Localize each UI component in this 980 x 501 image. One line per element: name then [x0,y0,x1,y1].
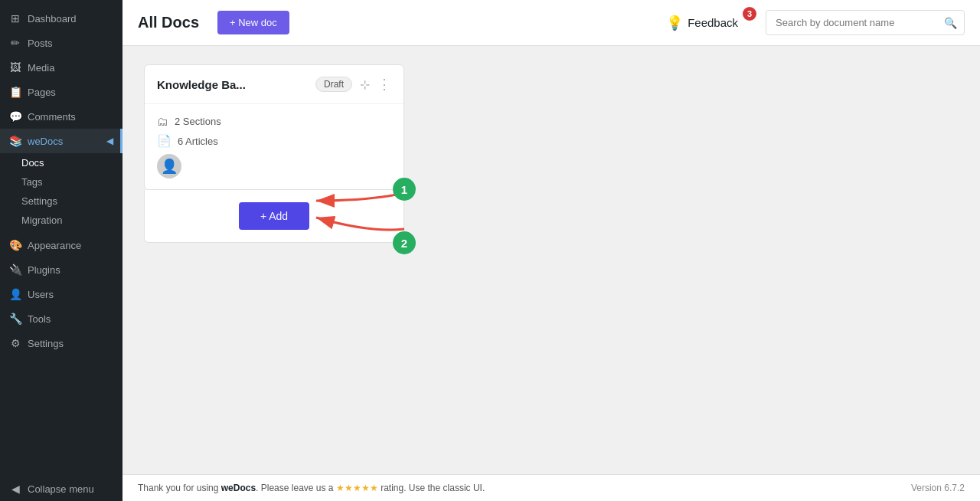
doc-card-body: 🗂 2 Sections 📄 6 Articles 👤 [145,104,403,189]
folder-icon: 🗂 [157,115,168,128]
users-icon: 👤 [9,288,21,300]
doc-card: Knowledge Ba... Draft ⊹ ⋮ 🗂 2 Sections 📄… [144,64,404,190]
sidebar-item-pages[interactable]: 📋 Pages [0,80,122,104]
draft-badge: Draft [315,77,352,92]
feedback-button[interactable]: 💡 Feedback 3 [657,10,753,36]
settings-icon: ⚙ [9,337,21,349]
wedocs-icon: 📚 [9,135,21,147]
page-title: All Docs [138,14,199,31]
sidebar-item-label: Comments [28,111,76,123]
sections-stat: 🗂 2 Sections [157,115,391,128]
sidebar-item-plugins[interactable]: 🔌 Plugins [0,257,122,282]
sidebar-subitem-label: Tags [21,176,42,188]
sidebar-item-wedocs[interactable]: 📚 weDocs ◀ [0,129,122,153]
comments-icon: 💬 [9,110,21,123]
add-button[interactable]: + Add [239,202,309,230]
sidebar-item-users[interactable]: 👤 Users [0,282,122,306]
topbar: All Docs + New doc 💡 Feedback 3 🔍 [122,0,980,46]
footer: Thank you for using weDocs. Please leave… [122,474,980,501]
document-icon: 📄 [157,134,172,148]
sidebar-item-label: Plugins [28,264,60,276]
posts-icon: ✏ [9,37,21,49]
footer-end: rating. Use the classic UI. [378,483,485,493]
media-icon: 🖼 [9,61,21,74]
sidebar-subitem-migration[interactable]: Migration [0,211,122,230]
sidebar-item-tools[interactable]: 🔧 Tools [0,306,122,331]
drag-icon[interactable]: ⊹ [360,77,370,92]
sidebar-item-appearance[interactable]: 🎨 Appearance [0,233,122,257]
sidebar-item-label: Pages [28,87,56,98]
avatar-icon: 👤 [161,158,178,175]
footer-text: Thank you for using weDocs. Please leave… [138,483,485,493]
search-icon: 🔍 [944,17,957,29]
add-card: + Add [144,190,404,243]
sections-count: 2 Sections [175,116,221,127]
new-doc-button[interactable]: + New doc [217,11,289,34]
feedback-label: Feedback [688,16,738,29]
sidebar-subitem-label: Docs [21,157,44,169]
sidebar-item-label: Dashboard [28,13,77,25]
plugins-icon: 🔌 [9,264,21,276]
doc-card-header: Knowledge Ba... Draft ⊹ ⋮ [145,65,403,104]
footer-prefix: Thank you for using [138,483,221,493]
footer-suffix: . Please leave us a [256,483,336,493]
appearance-icon: 🎨 [9,239,21,251]
dashboard-icon: ⊞ [9,12,21,25]
sidebar-item-posts[interactable]: ✏ Posts [0,31,122,55]
sidebar: ⊞ Dashboard ✏ Posts 🖼 Media 📋 Pages 💬 Co… [0,0,122,501]
doc-title: Knowledge Ba... [157,78,308,91]
content-area: Knowledge Ba... Draft ⊹ ⋮ 🗂 2 Sections 📄… [122,46,980,474]
feedback-badge: 3 [743,7,756,21]
wedocs-arrow-icon: ◀ [106,136,113,146]
sidebar-item-media[interactable]: 🖼 Media [0,55,122,80]
collapse-label: Collapse menu [28,483,94,495]
articles-count: 6 Articles [178,136,218,147]
articles-stat: 📄 6 Articles [157,134,391,148]
main-area: All Docs + New doc 💡 Feedback 3 🔍 Knowle… [122,0,980,501]
sidebar-item-label: Settings [28,338,64,349]
sidebar-item-label: Tools [28,313,51,325]
sidebar-item-label: Posts [28,38,53,49]
sidebar-subitem-settings[interactable]: Settings [0,192,122,211]
sidebar-item-settings[interactable]: ⚙ Settings [0,331,122,355]
avatar: 👤 [157,154,181,178]
sidebar-item-label: Media [28,62,54,74]
collapse-icon: ◀ [9,483,21,495]
version-text: Version 6.7.2 [911,483,965,493]
feedback-bell-icon: 💡 [666,15,683,31]
more-options-icon[interactable]: ⋮ [377,76,391,93]
sidebar-subitem-label: Migration [21,214,62,226]
sidebar-item-label: Appearance [28,240,81,251]
sidebar-subitem-tags[interactable]: Tags [0,172,122,192]
search-input[interactable] [766,10,965,35]
sidebar-item-comments[interactable]: 💬 Comments [0,104,122,129]
collapse-menu-button[interactable]: ◀ Collapse menu [0,476,122,501]
sidebar-item-dashboard[interactable]: ⊞ Dashboard [0,6,122,31]
footer-stars: ★★★★★ [336,483,378,493]
footer-brand: weDocs [221,483,256,493]
pages-icon: 📋 [9,86,21,98]
sidebar-item-label: Users [28,289,54,300]
sidebar-subitem-docs[interactable]: Docs [0,153,122,172]
sidebar-item-label: weDocs [28,136,63,147]
doc-card-wrapper: Knowledge Ba... Draft ⊹ ⋮ 🗂 2 Sections 📄… [144,64,404,243]
search-wrap: 🔍 [766,10,965,35]
sidebar-subitem-label: Settings [21,195,57,207]
tools-icon: 🔧 [9,313,21,325]
